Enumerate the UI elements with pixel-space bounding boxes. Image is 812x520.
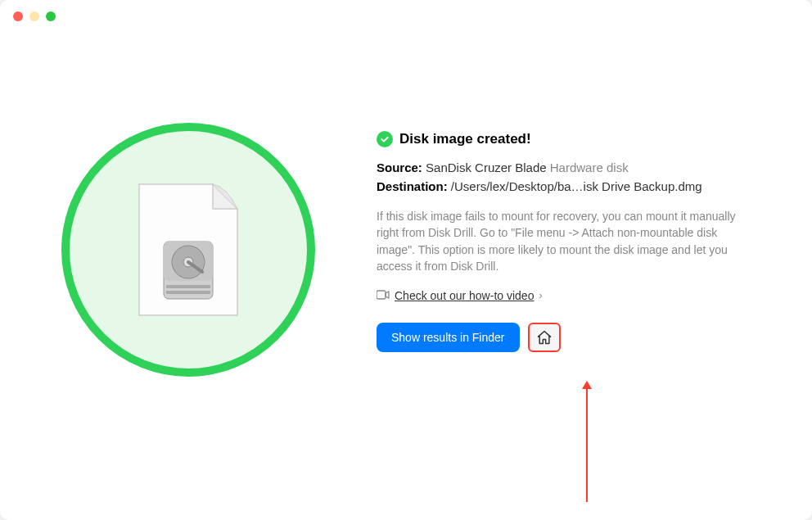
svg-rect-6 [377, 291, 386, 299]
disk-image-file-icon [135, 180, 241, 319]
source-suffix: Hardware disk [550, 161, 629, 174]
traffic-lights [13, 11, 56, 21]
howto-video-link[interactable]: Check out our how-to video › [377, 289, 542, 302]
source-label: Source: [377, 161, 422, 174]
titlebar [0, 0, 812, 33]
destination-value: /Users/lex/Desktop/ba…isk Drive Backup.d… [451, 179, 702, 193]
heading-row: Disk image created! [377, 131, 747, 147]
annotation-arrow [586, 387, 588, 502]
content-area: Disk image created! Source: SanDisk Cruz… [0, 33, 812, 377]
heading-text: Disk image created! [399, 131, 531, 147]
home-icon [536, 329, 553, 346]
description-text: If this disk image fails to mount for re… [377, 208, 747, 274]
source-row: Source: SanDisk Cruzer Blade Hardware di… [377, 161, 747, 174]
close-window-button[interactable] [13, 11, 23, 21]
svg-rect-5 [166, 291, 210, 294]
destination-row: Destination: /Users/lex/Desktop/ba…isk D… [377, 179, 747, 193]
minimize-window-button[interactable] [29, 11, 39, 21]
video-camera-icon [377, 289, 390, 302]
maximize-window-button[interactable] [46, 11, 56, 21]
destination-label: Destination: [377, 179, 448, 193]
video-link-text: Check out our how-to video [395, 289, 534, 302]
app-window: Disk image created! Source: SanDisk Cruz… [0, 0, 812, 520]
svg-rect-4 [166, 285, 210, 288]
source-value: SanDisk Cruzer Blade [426, 161, 547, 174]
chevron-right-icon: › [539, 290, 542, 301]
details-column: Disk image created! Source: SanDisk Cruz… [377, 106, 779, 377]
illustration-column [33, 106, 344, 377]
success-check-icon [377, 131, 393, 147]
show-results-button[interactable]: Show results in Finder [377, 323, 520, 352]
button-row: Show results in Finder [377, 323, 747, 352]
success-circle [61, 123, 315, 377]
home-button[interactable] [528, 323, 561, 352]
